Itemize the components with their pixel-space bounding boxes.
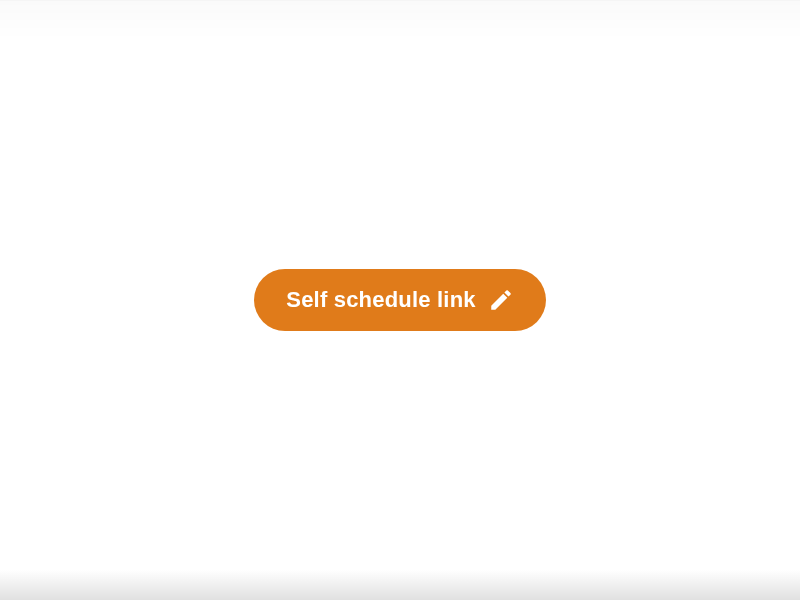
bottom-edge-shadow [0,570,800,600]
self-schedule-link-button[interactable]: Self schedule link [254,269,545,331]
main-container: Self schedule link [0,0,800,600]
self-schedule-link-label: Self schedule link [286,287,475,313]
top-edge-shadow [0,0,800,40]
pencil-icon [488,287,514,313]
